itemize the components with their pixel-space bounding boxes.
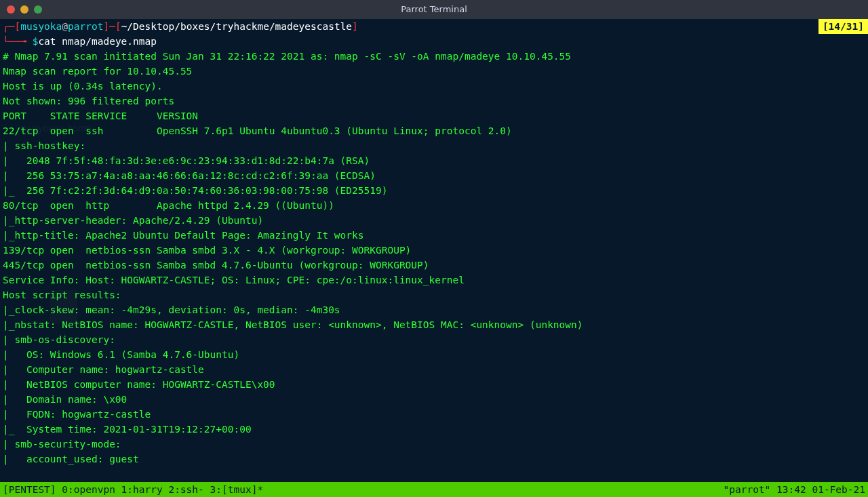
output-line: | account_used: guest — [3, 452, 865, 466]
output-line: 22/tcp open ssh OpenSSH 7.6p1 Ubuntu 4ub… — [3, 123, 865, 138]
prompt-path: ~/Desktop/boxes/tryhackme/madeyescastle — [121, 21, 352, 32]
output-line: Host script results: — [3, 287, 865, 302]
prompt-at: @ — [62, 21, 68, 32]
output-line: |_clock-skew: mean: -4m29s, deviation: 0… — [3, 302, 865, 317]
output-line: | 256 53:75:a7:4a:a8:aa:46:66:6a:12:8c:c… — [3, 168, 865, 183]
output-line: PORT STATE SERVICE VERSION — [3, 108, 865, 123]
output-line: Service Info: Host: HOGWARTZ-CASTLE; OS:… — [3, 273, 865, 287]
pane-counter: [14/31] — [818, 19, 868, 34]
prompt-line-2: └──╼ $cat nmap/madeye.nmap — [3, 34, 865, 49]
output-line: Host is up (0.34s latency). — [3, 79, 865, 94]
statusbar-right: "parrot" 13:42 01-Feb-21 — [723, 482, 865, 497]
output-line: |_ System time: 2021-01-31T19:12:27+00:0… — [3, 422, 865, 437]
minimize-icon[interactable] — [20, 5, 28, 14]
window-titlebar: Parrot Terminal — [0, 0, 868, 19]
output-line: | ssh-hostkey: — [3, 138, 865, 153]
output-line: 80/tcp open http Apache httpd 2.4.29 ((U… — [3, 198, 865, 213]
prompt-user: musyoka — [20, 21, 62, 32]
maximize-icon[interactable] — [34, 5, 42, 14]
output-line: |_http-title: Apache2 Ubuntu Default Pag… — [3, 228, 865, 243]
output-line: Nmap scan report for 10.10.45.55 — [3, 64, 865, 79]
output-line: |_http-server-header: Apache/2.4.29 (Ubu… — [3, 213, 865, 228]
prompt-close: ] — [352, 21, 358, 32]
output-line: | Computer name: hogwartz-castle — [3, 362, 865, 377]
output-line: 445/tcp open netbios-ssn Samba smbd 4.7.… — [3, 258, 865, 273]
output-line: Not shown: 996 filtered ports — [3, 94, 865, 108]
output-line: | OS: Windows 6.1 (Samba 4.7.6-Ubuntu) — [3, 347, 865, 362]
prompt-corner: ┌─[ — [3, 21, 20, 32]
output-line: | Domain name: \x00 — [3, 392, 865, 407]
terminal-area[interactable]: musyoka's home [14/31] ┌─[musyoka@parrot… — [0, 19, 868, 497]
statusbar-left[interactable]: [PENTEST] 0:openvpn 1:harry 2:ssh- 3:[tm… — [3, 482, 263, 497]
output-line: 139/tcp open netbios-ssn Samba smbd 3.X … — [3, 243, 865, 258]
prompt-host: parrot — [68, 21, 103, 32]
window-controls — [0, 5, 42, 14]
window-title: Parrot Terminal — [401, 2, 467, 17]
output-line: | NetBIOS computer name: HOGWARTZ-CASTLE… — [3, 377, 865, 392]
output-line: | smb-security-mode: — [3, 437, 865, 452]
output-line: | smb-os-discovery: — [3, 332, 865, 347]
output-line: | 2048 7f:5f:48:fa:3d:3e:e6:9c:23:94:33:… — [3, 153, 865, 168]
prompt-corner2: └──╼ — [3, 36, 33, 47]
close-icon[interactable] — [7, 5, 15, 14]
tmux-statusbar: [PENTEST] 0:openvpn 1:harry 2:ssh- 3:[tm… — [0, 482, 868, 497]
output-line: # Nmap 7.91 scan initiated Sun Jan 31 22… — [3, 49, 865, 64]
prompt-line-1: ┌─[musyoka@parrot]─[~/Desktop/boxes/tryh… — [3, 19, 865, 34]
prompt-sep: ]─[ — [103, 21, 121, 32]
output-line: |_nbstat: NetBIOS name: HOGWARTZ-CASTLE,… — [3, 317, 865, 332]
output-line: | FQDN: hogwartz-castle — [3, 407, 865, 422]
command-text: cat nmap/madeye.nmap — [38, 36, 157, 47]
output-line: |_ 256 7f:c2:2f:3d:64:d9:0a:50:74:60:36:… — [3, 183, 865, 198]
